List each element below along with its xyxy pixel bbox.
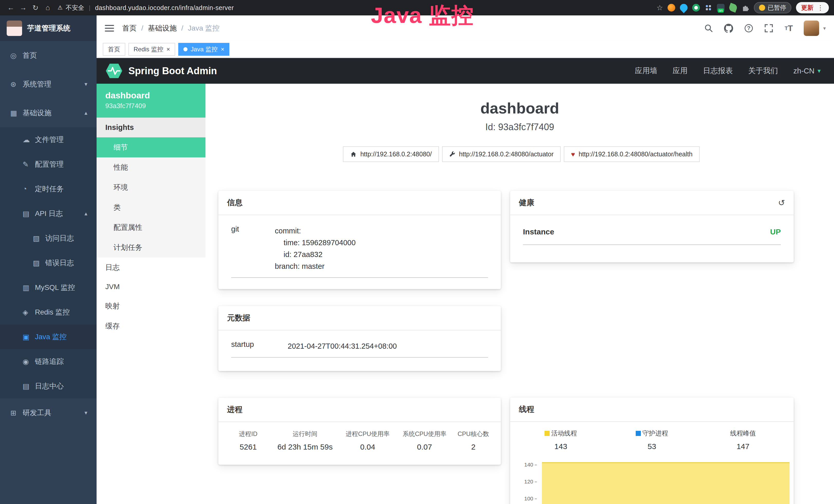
extension-icon-leaf[interactable] — [728, 3, 738, 13]
tag-view-bar: 首页 Redis 监控 × Java 监控 × — [96, 41, 834, 58]
instance-actuator-link[interactable]: http://192.168.0.2:48080/actuator — [442, 146, 561, 162]
font-size-icon[interactable]: TT — [784, 23, 794, 33]
instance-base-url-link[interactable]: http://192.168.0.2:48080/ — [343, 146, 439, 162]
breadcrumb-infrastructure[interactable]: 基础设施 — [148, 23, 177, 33]
sidebar-item-home[interactable]: ◎ 首页 — [0, 41, 96, 70]
sba-instance-header[interactable]: dashboard 93a3fc7f7409 — [96, 84, 205, 118]
sidebar-group-infrastructure[interactable]: ▦ 基础设施 ▴ — [0, 98, 96, 127]
metadata-key: startup — [231, 340, 288, 352]
sidebar-item-label: 访问日志 — [45, 233, 74, 243]
sidebar-group-api-logs[interactable]: ▤ API 日志 ▴ — [0, 201, 96, 226]
sidebar-item-scheduled-jobs[interactable]: ◔ 定时任务 — [0, 177, 96, 201]
sidebar-item-error-logs[interactable]: ▨ 错误日志 — [0, 251, 96, 275]
sba-item-environment[interactable]: 环境 — [96, 177, 205, 198]
legend-yellow-swatch — [545, 431, 550, 436]
close-icon[interactable]: × — [167, 46, 170, 53]
sba-item-details[interactable]: 细节 — [96, 137, 205, 157]
browser-menu-icon[interactable]: ⋮ — [817, 4, 824, 12]
admin-sidebar: 芋道管理系统 ◎ 首页 ⊛ 系统管理 ▾ ▦ 基础设施 ▴ ☁ 文件管理 — [0, 16, 96, 504]
extension-icon-grid[interactable] — [705, 4, 712, 12]
url-text[interactable]: dashboard.yudao.iocoder.cn/infra/admin-s… — [95, 4, 234, 12]
legend-label: 守护进程 — [642, 429, 668, 437]
sidebar-toggle-icon[interactable] — [105, 25, 114, 31]
sba-brand-title[interactable]: Spring Boot Admin — [128, 66, 217, 76]
breadcrumb: 首页 / 基础设施 / Java 监控 — [122, 23, 220, 33]
process-card: 进程 进程ID 5261 运行时间 6d 23h 15m 5 — [218, 398, 501, 465]
sba-nav-journal[interactable]: 日志报表 — [703, 66, 733, 76]
bookmark-star-icon[interactable]: ☆ — [657, 4, 663, 12]
breadcrumb-home[interactable]: 首页 — [122, 23, 137, 33]
extension-icon-orange[interactable] — [667, 4, 675, 12]
sba-item-logs[interactable]: 日志 — [96, 257, 205, 278]
extensions-puzzle-icon[interactable] — [742, 4, 749, 12]
extension-icon-on-badge[interactable]: on — [717, 4, 725, 12]
sba-item-caches[interactable]: 缓存 — [96, 316, 205, 336]
tab-redis-monitor[interactable]: Redis 监控 × — [128, 43, 175, 56]
search-icon[interactable] — [704, 23, 714, 33]
sba-item-jvm[interactable]: JVM — [96, 278, 205, 296]
sba-item-scheduled-tasks[interactable]: 计划任务 — [96, 237, 205, 257]
sidebar-item-label: API 日志 — [35, 209, 63, 219]
sidebar-item-tracing[interactable]: ◉ 链路追踪 — [0, 349, 96, 374]
sidebar-item-mysql-monitor[interactable]: ▥ MySQL 监控 — [0, 275, 96, 300]
y-axis-tick-140: 140 — [510, 462, 537, 468]
profile-paused-chip[interactable]: 已暂停 — [754, 2, 791, 13]
sba-item-performance[interactable]: 性能 — [96, 157, 205, 177]
sba-nav-wallboard[interactable]: 应用墙 — [635, 66, 657, 76]
wrench-icon — [449, 151, 455, 157]
metadata-card-title: 元数据 — [218, 306, 501, 330]
sba-app-id: 93a3fc7f7409 — [105, 102, 197, 110]
history-icon[interactable]: ↺ — [778, 198, 785, 208]
metadata-card: 元数据 startup 2021-04-27T00:44:31.254+08:0… — [218, 306, 501, 371]
sidebar-item-config-management[interactable]: ✎ 配置管理 — [0, 152, 96, 177]
sba-section-insights[interactable]: Insights — [96, 118, 205, 137]
sidebar-group-dev-tools[interactable]: ⊞ 研发工具 ▾ — [0, 398, 96, 427]
github-icon[interactable] — [724, 23, 734, 33]
instance-health-link[interactable]: ♥ http://192.168.0.2:48080/actuator/heal… — [564, 146, 700, 162]
health-instance-label: Instance — [523, 228, 554, 236]
sidebar-item-access-logs[interactable]: ▧ 访问日志 — [0, 226, 96, 251]
sidebar-item-file-management[interactable]: ☁ 文件管理 — [0, 127, 96, 152]
address-bar[interactable]: ⚠ 不安全 | dashboard.yudao.iocoder.cn/infra… — [58, 4, 234, 12]
sidebar-item-redis-monitor[interactable]: ◈ Redis 监控 — [0, 300, 96, 324]
sba-nav-about[interactable]: 关于我们 — [748, 66, 778, 76]
sidebar-item-label: 研发工具 — [23, 408, 51, 418]
user-avatar[interactable] — [804, 21, 819, 36]
close-icon[interactable]: × — [221, 46, 224, 53]
sidebar-item-java-monitor[interactable]: ▣ Java 监控 — [0, 324, 96, 349]
health-card: 健康 ↺ Instance UP — [510, 191, 794, 262]
git-time-line: time: 1596289704000 — [275, 237, 356, 249]
extension-icon-drop[interactable] — [678, 2, 689, 13]
sba-language-selector[interactable]: zh-CN ▾ — [793, 67, 821, 75]
extension-icon-green[interactable] — [692, 4, 700, 12]
home-icon[interactable]: ⌂ — [42, 4, 53, 12]
sba-item-classes[interactable]: 类 — [96, 198, 205, 217]
cards-grid: 信息 git commit: time: 1596289704000 id: 2… — [205, 191, 834, 504]
toolbox-icon: ⊞ — [10, 409, 23, 417]
tab-home[interactable]: 首页 — [103, 43, 125, 56]
app-logo[interactable]: 芋道管理系统 — [0, 16, 96, 41]
sba-root-items: 日志 JVM 映射 缓存 — [96, 257, 205, 336]
tab-java-monitor[interactable]: Java 监控 × — [178, 43, 229, 56]
avatar-caret-icon[interactable]: ▾ — [823, 25, 826, 31]
forward-icon[interactable]: → — [18, 4, 29, 12]
metric-label: CPU核心数 — [456, 430, 490, 438]
fullscreen-icon[interactable] — [764, 23, 774, 33]
browser-update-button[interactable]: 更新 ⋮ — [796, 2, 829, 13]
sidebar-item-log-center[interactable]: ▤ 日志中心 — [0, 374, 96, 398]
url-separator: | — [89, 4, 90, 11]
log-center-icon: ▤ — [23, 382, 35, 391]
sba-item-config-props[interactable]: 配置属性 — [96, 217, 205, 237]
sidebar-group-system[interactable]: ⊛ 系统管理 ▾ — [0, 70, 96, 98]
metric-value: 0.07 — [399, 443, 450, 451]
reload-icon[interactable]: ↻ — [30, 4, 41, 12]
help-icon[interactable]: ? — [744, 23, 754, 33]
sba-nav-applications[interactable]: 应用 — [673, 66, 687, 76]
sidebar-item-label: 错误日志 — [45, 258, 74, 268]
sba-item-mappings[interactable]: 映射 — [96, 296, 205, 316]
legend-peak-threads: 线程峰值 147 — [697, 429, 789, 451]
security-warning-icon[interactable]: ⚠ — [58, 4, 63, 11]
back-icon[interactable]: ← — [5, 4, 17, 12]
metric-label: 运行时间 — [274, 430, 336, 438]
info-card: 信息 git commit: time: 1596289704000 id: 2… — [218, 191, 501, 289]
